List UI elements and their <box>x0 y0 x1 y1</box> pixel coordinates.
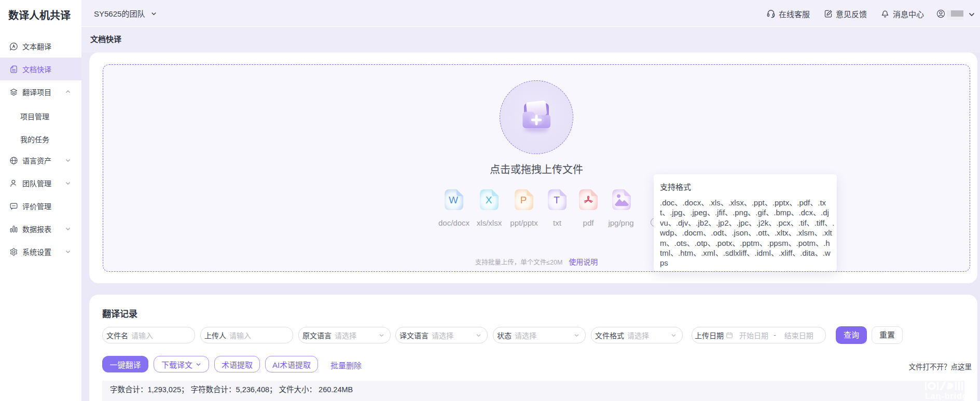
svg-text:T: T <box>554 195 560 205</box>
svg-text:X: X <box>486 195 492 205</box>
svg-text:Lan-bridg: Lan-bridg <box>925 392 964 400</box>
svg-text:P: P <box>520 195 527 205</box>
svg-text:W: W <box>449 195 458 205</box>
